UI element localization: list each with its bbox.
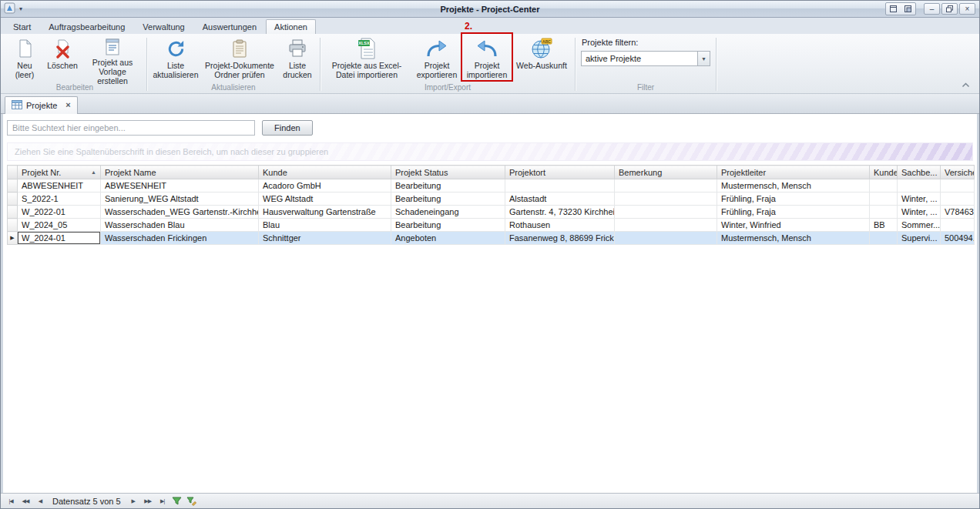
column-header-bemerkung[interactable]: Bemerkung (615, 166, 717, 179)
ribbon-tab-start[interactable]: Start (5, 19, 39, 34)
nav-last-icon[interactable]: ▶| (156, 495, 169, 507)
table-cell[interactable]: Bearbeitung (391, 193, 505, 206)
table-cell[interactable]: Angeboten (391, 232, 505, 245)
table-cell[interactable] (615, 193, 717, 206)
ribbon-tab-aktionen[interactable]: Aktionen (266, 19, 316, 34)
table-cell[interactable] (505, 179, 615, 193)
table-cell[interactable]: Schnittger (259, 232, 391, 245)
table-row[interactable]: ABWESENHEIT ABWESENHEIT Acadoro GmbH Bea… (8, 179, 975, 193)
nav-prev-page-icon[interactable]: ◀◀ (18, 495, 32, 507)
table-row[interactable]: W_2022-01 Wasserschaden_WEG Gartenstr.-K… (8, 206, 975, 219)
table-cell[interactable]: Winter, ... (898, 206, 941, 219)
restore-button[interactable] (941, 3, 958, 15)
table-cell[interactable]: W_2022-01 (18, 206, 101, 219)
web-auskunft-button[interactable]: ABC Web-Auskunft (511, 35, 572, 82)
column-header-kunde[interactable]: Kunde (259, 166, 391, 179)
collapse-ribbon-button[interactable] (959, 79, 972, 90)
column-header-sachbe[interactable]: Sachbe... (898, 166, 941, 179)
nav-next-page-icon[interactable]: ▶▶ (141, 495, 155, 507)
table-cell[interactable]: Winter, ... (898, 193, 941, 206)
nav-next-icon[interactable]: ▶ (126, 495, 140, 507)
table-cell[interactable]: S_2022-1 (18, 193, 101, 206)
table-cell[interactable]: Bearbeitung (391, 179, 505, 193)
table-cell[interactable] (615, 179, 717, 193)
table-cell[interactable]: Hausverwaltung Gartenstraße (259, 206, 391, 219)
table-cell[interactable]: Frühling, Fraja (717, 206, 870, 219)
column-header-projektleiter[interactable]: Projektleiter (717, 166, 870, 179)
table-cell[interactable] (870, 193, 898, 206)
tab-close-icon[interactable]: × (65, 101, 70, 109)
minimize-button[interactable]: – (924, 3, 940, 15)
table-row[interactable]: W_2024_05 Wasserschaden Blau Blau Bearbe… (8, 219, 975, 232)
table-row-selected[interactable]: ▶ W_2024-01 Wasserschaden Frickingen Sch… (8, 232, 975, 245)
table-cell[interactable] (898, 179, 941, 193)
table-cell[interactable]: Supervi... (898, 232, 941, 245)
dropdown-caret-icon[interactable]: ▼ (697, 52, 710, 65)
table-cell-focused[interactable]: W_2024-01 (18, 232, 101, 245)
column-header-projekt-nr[interactable]: Projekt Nr.▲ (18, 166, 101, 179)
search-input[interactable] (7, 120, 255, 136)
edit-filter-icon[interactable] (185, 495, 199, 507)
nav-first-icon[interactable]: |◀ (4, 495, 18, 507)
document-tab-projekte[interactable]: Projekte × (5, 96, 78, 114)
table-cell[interactable]: Rothausen (505, 219, 615, 232)
column-header-versiche[interactable]: Versiche... (941, 166, 975, 179)
table-cell[interactable]: Alstastadt (505, 193, 615, 206)
table-cell[interactable] (615, 232, 717, 245)
projekte-aus-excel-importieren-button[interactable]: XLSX Projekte aus Excel-Datei importiere… (323, 35, 411, 82)
ribbon-tab-auswertungen[interactable]: Auswertungen (194, 19, 265, 34)
projekt-aus-vorlage-button[interactable]: Projekt aus Vorlage erstellen (81, 35, 144, 82)
liste-drucken-button[interactable]: Liste drucken (277, 35, 317, 82)
table-cell[interactable] (870, 206, 898, 219)
table-cell[interactable] (941, 193, 975, 206)
table-cell[interactable]: WEG Altstadt (259, 193, 391, 206)
table-cell[interactable]: Acadoro GmbH (259, 179, 391, 193)
table-cell[interactable]: Mustermensch, Mensch (717, 232, 870, 245)
table-cell[interactable]: Fasanenweg 8, 88699 Frickingen (505, 232, 615, 245)
table-cell[interactable]: ABWESENHEIT (101, 179, 259, 193)
ribbon-tab-verwaltung[interactable]: Verwaltung (134, 19, 193, 34)
table-cell[interactable] (870, 232, 898, 245)
column-header-projekt-name[interactable]: Projekt Name (101, 166, 259, 179)
column-header-projekt-status[interactable]: Projekt Status (391, 166, 505, 179)
filter-icon[interactable] (170, 495, 184, 507)
table-cell[interactable]: Wasserschaden Blau (101, 219, 259, 232)
table-cell[interactable] (941, 179, 975, 193)
nav-prev-icon[interactable]: ◀ (33, 495, 47, 507)
table-cell[interactable]: Mustermensch, Mensch (717, 179, 870, 193)
column-header-projektort[interactable]: Projektort (505, 166, 615, 179)
table-cell[interactable]: W_2024_05 (18, 219, 101, 232)
group-by-panel[interactable]: Ziehen Sie eine Spaltenüberschrift in di… (7, 142, 973, 161)
table-cell[interactable]: Winter, Winfried (717, 219, 870, 232)
table-cell[interactable] (941, 219, 975, 232)
table-cell[interactable]: ABWESENHEIT (18, 179, 101, 193)
projekt-dokumente-ordner-pruefen-button[interactable]: Projekt-Dokumente Ordner prüfen (202, 35, 277, 82)
table-cell[interactable] (615, 219, 717, 232)
projekt-importieren-button[interactable]: 2. Projekt importieren (463, 35, 511, 82)
projekt-exportieren-button[interactable]: Projekt exportieren (411, 35, 463, 82)
table-cell[interactable]: Wasserschaden Frickingen (101, 232, 259, 245)
table-cell[interactable]: Wasserschaden_WEG Gartenstr.-Kirchheim (101, 206, 259, 219)
neu-leer-button[interactable]: Neu (leer) (5, 35, 44, 82)
loeschen-button[interactable]: Löschen (44, 35, 81, 82)
find-button[interactable]: Finden (262, 120, 313, 136)
table-cell[interactable]: BB (870, 219, 898, 232)
table-cell[interactable]: Sanierung_WEG Altstadt (101, 193, 259, 206)
table-cell[interactable]: Sommer... (898, 219, 941, 232)
column-header-kunde-k[interactable]: Kunde K... (870, 166, 898, 179)
ribbon-tab-auftragsbearbeitung[interactable]: Auftragsbearbeitung (40, 19, 133, 34)
dock-panel-button[interactable] (901, 3, 915, 15)
table-cell[interactable]: Gartenstr. 4, 73230 Kirchheim (505, 206, 615, 219)
quick-access-dropdown-icon[interactable]: ▾ (18, 5, 24, 12)
projekte-filtern-dropdown[interactable]: aktive Projekte ▼ (581, 51, 710, 66)
close-button[interactable]: × (959, 3, 975, 15)
table-cell[interactable]: V784632 (941, 206, 975, 219)
table-cell[interactable] (615, 206, 717, 219)
table-cell[interactable]: 500494... (941, 232, 975, 245)
expand-panel-button[interactable] (886, 3, 901, 15)
liste-aktualisieren-button[interactable]: Liste aktualisieren (149, 35, 202, 82)
table-cell[interactable]: Blau (259, 219, 391, 232)
table-row[interactable]: S_2022-1 Sanierung_WEG Altstadt WEG Alts… (8, 193, 975, 206)
table-cell[interactable] (870, 179, 898, 193)
table-cell[interactable]: Schadeneingang (391, 206, 505, 219)
